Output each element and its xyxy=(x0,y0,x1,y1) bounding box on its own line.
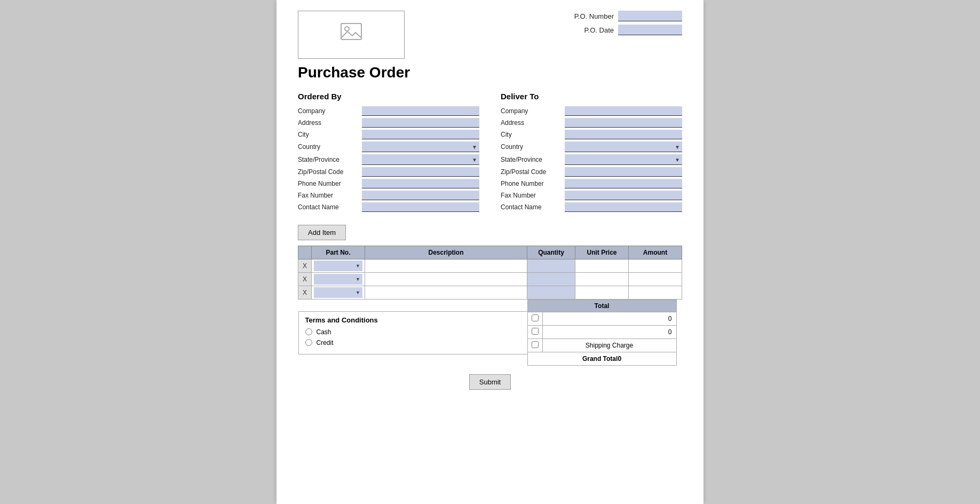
dt-address-label: Address xyxy=(501,119,565,127)
ob-fax-input[interactable] xyxy=(362,191,479,200)
th-empty xyxy=(298,246,312,259)
bottom-section-row: Terms and Conditions Cash Credit xyxy=(298,300,682,366)
row3-desc-input[interactable] xyxy=(367,287,525,298)
row3-part-cell xyxy=(312,286,365,300)
row2-delete-button[interactable]: X xyxy=(301,275,309,283)
row1-part-cell xyxy=(312,259,365,273)
dt-country-row: Country xyxy=(501,141,682,152)
po-number-label: P.O. Number xyxy=(566,12,614,20)
ob-zip-label: Zip/Postal Code xyxy=(298,168,362,176)
ob-state-select[interactable] xyxy=(362,154,479,165)
th-quantity: Quantity xyxy=(527,246,575,259)
ob-contact-row: Contact Name xyxy=(298,202,479,212)
po-date-input[interactable] xyxy=(618,25,682,35)
submit-button[interactable]: Submit xyxy=(469,374,511,390)
total-checkbox-1[interactable] xyxy=(532,314,539,321)
po-date-row: P.O. Date xyxy=(566,25,682,35)
row3-x-cell: X xyxy=(298,286,312,300)
row2-qty-input[interactable] xyxy=(529,274,573,285)
po-number-input[interactable] xyxy=(618,11,682,21)
ob-contact-label: Contact Name xyxy=(298,203,362,211)
ob-zip-row: Zip/Postal Code xyxy=(298,167,479,177)
row2-desc-cell xyxy=(365,273,527,286)
row1-desc-cell xyxy=(365,259,527,273)
page-container: P.O. Number P.O. Date Purchase Order Ord… xyxy=(276,0,704,504)
row1-unit-input[interactable] xyxy=(578,261,626,271)
row3-part-select[interactable] xyxy=(314,287,362,298)
dt-city-input[interactable] xyxy=(565,130,682,139)
credit-radio[interactable] xyxy=(305,339,312,346)
dt-state-select-wrapper xyxy=(565,154,682,165)
cash-radio[interactable] xyxy=(305,328,312,335)
ob-fax-row: Fax Number xyxy=(298,191,479,200)
ob-phone-input[interactable] xyxy=(362,179,479,188)
dt-zip-label: Zip/Postal Code xyxy=(501,168,565,176)
row3-unit-input[interactable] xyxy=(578,287,626,298)
cash-label: Cash xyxy=(317,328,331,336)
row1-amt-input[interactable] xyxy=(631,261,679,271)
row1-delete-button[interactable]: X xyxy=(301,262,309,270)
ob-city-label: City xyxy=(298,131,362,138)
row2-unit-input[interactable] xyxy=(578,274,626,285)
row2-part-select[interactable] xyxy=(314,274,362,285)
po-number-row: P.O. Number xyxy=(566,11,682,21)
total-check-shipping xyxy=(528,339,543,352)
dt-address-input[interactable] xyxy=(565,118,682,128)
total-check-2 xyxy=(528,326,543,338)
dt-country-select[interactable] xyxy=(565,141,682,152)
row3-part-select-wrapper xyxy=(314,287,362,298)
row2-part-select-wrapper xyxy=(314,274,362,285)
row3-delete-button[interactable]: X xyxy=(301,289,309,296)
dt-company-input[interactable] xyxy=(565,106,682,116)
add-item-button[interactable]: Add Item xyxy=(298,225,346,240)
row1-amt-cell xyxy=(629,259,682,273)
ob-fax-label: Fax Number xyxy=(298,192,362,199)
th-amount: Amount xyxy=(629,246,682,259)
ob-country-select[interactable] xyxy=(362,141,479,152)
dt-fax-input[interactable] xyxy=(565,191,682,200)
total-value-1: 0 xyxy=(543,313,676,325)
row2-unit-cell xyxy=(575,273,629,286)
ob-contact-input[interactable] xyxy=(362,202,479,212)
totals-header: Total xyxy=(528,300,676,312)
dt-country-label: Country xyxy=(501,143,565,151)
ob-company-row: Company xyxy=(298,106,479,116)
ob-company-input[interactable] xyxy=(362,106,479,116)
ob-zip-input[interactable] xyxy=(362,167,479,177)
dt-country-select-wrapper xyxy=(565,141,682,152)
dt-phone-input[interactable] xyxy=(565,179,682,188)
dt-zip-input[interactable] xyxy=(565,167,682,177)
row3-unit-cell xyxy=(575,286,629,300)
dt-zip-row: Zip/Postal Code xyxy=(501,167,682,177)
total-checkbox-2[interactable] xyxy=(532,328,539,335)
row3-qty-input[interactable] xyxy=(529,287,573,298)
deliver-to-section: Deliver To Company Address City Country xyxy=(501,92,682,214)
ordered-by-title: Ordered By xyxy=(298,92,479,101)
terms-title: Terms and Conditions xyxy=(305,316,521,324)
dt-city-label: City xyxy=(501,131,565,138)
dt-contact-label: Contact Name xyxy=(501,203,565,211)
dt-contact-row: Contact Name xyxy=(501,202,682,212)
dt-state-select[interactable] xyxy=(565,154,682,165)
row2-desc-input[interactable] xyxy=(367,274,525,285)
total-check-1 xyxy=(528,312,543,325)
ob-phone-row: Phone Number xyxy=(298,179,479,188)
row1-desc-input[interactable] xyxy=(367,261,525,271)
ordered-by-section: Ordered By Company Address City Country xyxy=(298,92,479,214)
row1-qty-input[interactable] xyxy=(529,261,573,271)
terms-td: Terms and Conditions Cash Credit xyxy=(298,300,527,366)
row1-part-select[interactable] xyxy=(314,261,362,271)
ob-address-input[interactable] xyxy=(362,118,479,128)
ob-address-row: Address xyxy=(298,118,479,128)
row2-amt-input[interactable] xyxy=(631,274,679,285)
shipping-charge-label: Shipping Charge xyxy=(543,340,676,351)
address-forms: Ordered By Company Address City Country xyxy=(298,92,682,214)
row2-amt-cell xyxy=(629,273,682,286)
total-checkbox-shipping[interactable] xyxy=(532,341,539,348)
ob-state-row: State/Province xyxy=(298,154,479,165)
dt-phone-label: Phone Number xyxy=(501,180,565,187)
ob-city-input[interactable] xyxy=(362,130,479,139)
grand-total-row: Grand Total0 xyxy=(528,352,676,365)
row3-amt-input[interactable] xyxy=(631,287,679,298)
dt-contact-input[interactable] xyxy=(565,202,682,212)
